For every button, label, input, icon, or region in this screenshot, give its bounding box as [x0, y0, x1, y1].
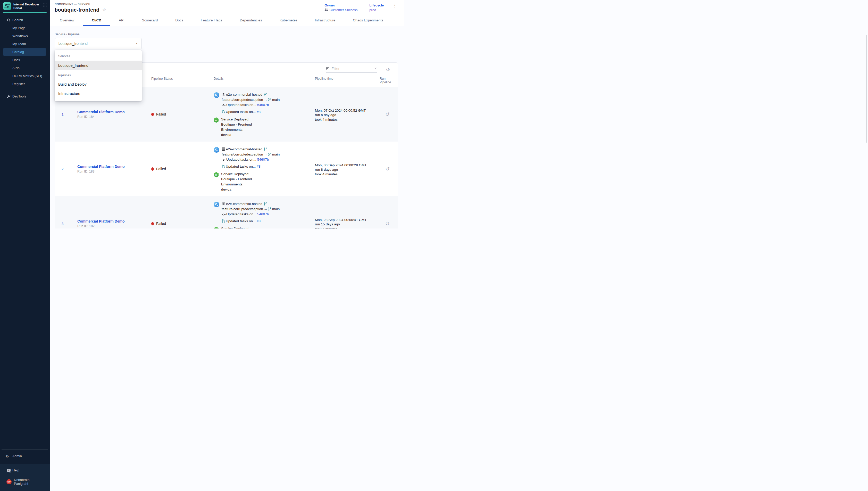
run-pipeline-cell: ↺ — [380, 196, 398, 229]
pr-link[interactable]: #8 — [257, 165, 260, 168]
sidebar-item-label: Workflows — [12, 34, 28, 38]
status-cell: Failed — [151, 87, 214, 142]
lifecycle-block: Lifecycle prod — [369, 3, 384, 12]
git-branch-icon — [268, 98, 271, 102]
refresh-table-icon[interactable]: ↺ — [386, 67, 390, 72]
owner-link[interactable]: Customer Success — [329, 8, 358, 12]
apps-grid-icon[interactable] — [43, 3, 46, 8]
cicd-content: Service / Pipeline boutique_frontend ▲ S… — [50, 26, 404, 229]
repo-name[interactable]: e2e-commercial-hosted — [226, 202, 262, 206]
tab-dependencies[interactable]: Dependencies — [231, 16, 271, 26]
people-icon — [324, 8, 328, 12]
dropdown-item-build-and-deploy[interactable]: Build and Deploy — [55, 80, 142, 89]
row-index: 3 — [55, 196, 77, 229]
branch-to[interactable]: main — [272, 152, 280, 156]
environments-value: dev,qa — [221, 187, 231, 191]
ci-module-icon — [214, 147, 219, 153]
run-timestamp: Mon, 07 Oct 2024 00:00:52 GMT — [315, 108, 380, 113]
cd-module-icon: ∞ — [214, 117, 219, 123]
tab-scorecard[interactable]: Scorecard — [133, 16, 167, 26]
tab-infrastructure[interactable]: Infrastructure — [306, 16, 344, 26]
pr-link[interactable]: #8 — [257, 219, 260, 223]
sidebar-item-label: DevTools — [12, 94, 26, 98]
repository-icon — [222, 93, 225, 96]
commit-icon — [222, 213, 225, 216]
sidebar-item-label: Catalog — [12, 50, 24, 54]
commit-link[interactable]: 54607b — [257, 103, 269, 107]
pull-request-icon — [222, 110, 225, 113]
app-logo — [3, 2, 11, 10]
pipeline-name-link[interactable]: Commercial Platform Demo — [77, 110, 125, 114]
deployed-label: Service Deployed: — [221, 227, 249, 229]
sidebar-divider — [3, 90, 46, 90]
tab-overview[interactable]: Overview — [51, 16, 83, 26]
kebab-menu-icon[interactable]: ⋮ — [392, 3, 397, 12]
caret-up-icon: ▲ — [135, 42, 138, 45]
repo-name[interactable]: e2e-commercial-hosted — [226, 147, 262, 151]
pipeline-name-cell: Commercial Platform Demo Run ID: 182 — [77, 196, 151, 229]
sidebar-accent-divider — [3, 12, 46, 12]
sidebar-item-my-page[interactable]: My Page — [3, 24, 46, 32]
rerun-pipeline-icon[interactable]: ↺ — [385, 112, 390, 117]
tab-api[interactable]: API — [110, 16, 133, 26]
tab-docs[interactable]: Docs — [166, 16, 192, 26]
run-duration: took 4 minutes — [315, 117, 380, 122]
pipeline-name-link[interactable]: Commercial Platform Demo — [77, 165, 125, 169]
pull-request-icon — [222, 219, 225, 223]
pull-request-icon — [222, 165, 225, 168]
tab-chaos-experiments[interactable]: Chaos Experiments — [344, 16, 392, 26]
sidebar-item-catalog[interactable]: Catalog — [3, 48, 46, 56]
table-row: 2 Commercial Platform Demo Run ID: 183 F… — [55, 142, 398, 196]
arrow-right: → — [264, 207, 268, 211]
run-duration: took 4 minutes — [315, 172, 380, 177]
sidebar-item-devtools[interactable]: DevTools — [3, 93, 46, 100]
tab-cicd[interactable]: CI/CD — [83, 16, 110, 26]
branch-from[interactable]: feature/corruptedexception — [222, 207, 263, 211]
branch-to[interactable]: main — [272, 98, 280, 102]
sidebar-item-label: Search — [12, 18, 23, 22]
sidebar-item-label: My Page — [12, 26, 26, 30]
sidebar-item-apis[interactable]: APIs — [3, 64, 46, 72]
failed-status-dot — [151, 167, 154, 171]
tab-kubernetes[interactable]: Kubernetes — [271, 16, 306, 26]
tab-feature-flags[interactable]: Feature Flags — [192, 16, 231, 26]
filter-input[interactable] — [332, 66, 372, 71]
pipeline-name-link[interactable]: Commercial Platform Demo — [77, 219, 125, 223]
branch-to[interactable]: main — [272, 207, 280, 211]
sidebar-item-register[interactable]: Register — [3, 80, 46, 88]
pr-message: Updated tasks on... — [226, 110, 256, 114]
git-branch-icon — [264, 147, 267, 151]
clear-filter-icon[interactable]: ✕ — [374, 67, 377, 70]
pr-link[interactable]: #8 — [257, 110, 260, 114]
sidebar-item-my-team[interactable]: My Team — [3, 40, 46, 48]
git-branch-icon — [268, 153, 271, 156]
commit-icon — [222, 158, 225, 161]
status-cell: Failed — [151, 142, 214, 196]
repo-name[interactable]: e2e-commercial-hosted — [226, 93, 262, 96]
sidebar-item-dora-metrics[interactable]: DORA Metrics (SEI) — [3, 72, 46, 80]
dropdown-group-pipelines: Pipelines — [55, 70, 142, 80]
sidebar-header: Internal Developer Portal — [0, 0, 50, 10]
sidebar-item-workflows[interactable]: Workflows — [3, 32, 46, 40]
dropdown-item-infrastructure[interactable]: Infrastructure — [55, 89, 142, 98]
pr-message: Updated tasks on... — [226, 165, 256, 168]
rerun-pipeline-icon[interactable]: ↺ — [385, 166, 390, 172]
pipeline-select[interactable]: boutique_frontend ▲ — [55, 38, 142, 49]
lifecycle-label: Lifecycle — [369, 3, 384, 7]
favorite-star-icon[interactable]: ☆ — [102, 8, 106, 12]
commit-link[interactable]: 54607b — [257, 212, 269, 216]
commit-link[interactable]: 54607b — [257, 157, 269, 162]
filter-field[interactable]: ✕ — [326, 66, 377, 73]
deployed-service: Boutique - Frontend — [221, 177, 252, 181]
dropdown-item-boutique-frontend[interactable]: boutique_frontend — [55, 61, 142, 70]
rerun-pipeline-icon[interactable]: ↺ — [385, 221, 390, 226]
sidebar-item-search[interactable]: Search — [3, 16, 46, 24]
sidebar-item-label: APIs — [12, 66, 19, 70]
sidebar-item-docs[interactable]: Docs — [3, 56, 46, 64]
branch-from[interactable]: feature/corruptedexception — [222, 98, 263, 102]
table-row: 3 Commercial Platform Demo Run ID: 182 F… — [55, 196, 398, 229]
ci-module-icon — [214, 92, 219, 98]
sidebar-item-label: My Team — [12, 42, 26, 46]
owner-block: Owner Customer Success — [324, 3, 358, 12]
branch-from[interactable]: feature/corruptedexception — [222, 152, 263, 156]
